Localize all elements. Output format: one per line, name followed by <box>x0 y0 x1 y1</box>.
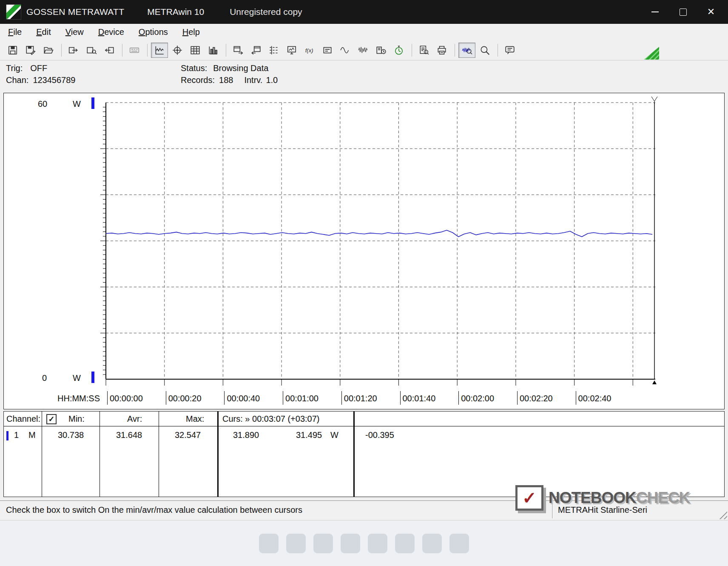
view-bars-button[interactable] <box>205 43 222 58</box>
layout-import-button[interactable] <box>247 43 264 58</box>
layout-export-button[interactable] <box>230 43 247 58</box>
x-tick-label: 00:01:20 <box>341 391 377 405</box>
toolbar-separator <box>147 44 148 57</box>
status-value: Browsing Data <box>213 63 268 73</box>
menu-help[interactable]: Help <box>177 26 205 38</box>
time-export-button[interactable] <box>373 43 390 58</box>
y-axis-unit-top: W <box>73 99 81 109</box>
zoom-button[interactable] <box>476 43 493 58</box>
x-tick-label: 00:02:40 <box>576 391 611 405</box>
toolbar-separator <box>226 44 226 57</box>
records-value: 188 <box>219 75 233 85</box>
row-avr: 31.648 <box>116 430 142 440</box>
channel-color-bar <box>6 431 9 440</box>
trigger-channel-info: Trig:OFF Chan:123456789 <box>6 62 75 86</box>
interval-label: Intrv. <box>244 75 262 85</box>
open-button[interactable] <box>40 43 57 58</box>
formula-button[interactable]: f(x) <box>301 43 318 58</box>
open-folder-icon <box>43 45 54 56</box>
taskbar-icon-placeholder[interactable] <box>368 534 387 553</box>
toolbar-separator <box>412 44 412 57</box>
save-as-button[interactable] <box>22 43 39 58</box>
menu-edit[interactable]: Edit <box>31 26 56 38</box>
watermark-dark: NOTEBOOK <box>549 489 636 506</box>
row-channel: 1 <box>14 430 19 440</box>
status-label: Status: <box>181 62 207 74</box>
maximize-icon <box>680 9 687 16</box>
notebookcheck-watermark: ✓ NOTEBOOKCHECK <box>515 485 690 511</box>
import-card-icon <box>104 45 115 56</box>
toolbar-separator <box>61 44 62 57</box>
print-preview-button[interactable] <box>415 43 432 58</box>
plot-svg <box>106 103 655 380</box>
y-axis-unit-bottom: W <box>73 373 81 383</box>
statusbar-hint: Check the box to switch On the min/avr/m… <box>6 505 302 515</box>
wave-low-button[interactable] <box>337 43 354 58</box>
taskbar-icon-placeholder[interactable] <box>449 534 469 553</box>
clock-doc-icon <box>375 45 387 56</box>
toolbar: f(x) <box>0 40 728 60</box>
menu-file[interactable]: File <box>3 26 27 38</box>
menu-options[interactable]: Options <box>133 26 173 38</box>
view-xy-button[interactable] <box>169 43 186 58</box>
readout-header-underline <box>4 426 724 426</box>
readout-divider <box>353 412 355 497</box>
save-icon <box>7 45 18 56</box>
window-controls: ✕ <box>644 0 728 24</box>
save-button[interactable] <box>4 43 21 58</box>
trend-chart-panel: 60 W 0 W HH:MM:SS 00:00:0000:00:2000:00:… <box>3 93 725 409</box>
toolbar-separator <box>455 44 455 57</box>
plot-area[interactable] <box>106 103 655 380</box>
maximize-button[interactable] <box>672 0 694 24</box>
readout-row: 1 M 30.738 31.648 32.547 31.890 31.495 W… <box>4 430 724 442</box>
taskbar-icon-placeholder[interactable] <box>395 534 415 553</box>
title-app-name: METRAwin 10 <box>147 7 204 17</box>
channel-color-marker-bottom <box>91 372 94 383</box>
view-data-button[interactable] <box>83 43 100 58</box>
wave-high-button[interactable] <box>355 43 372 58</box>
print-button[interactable] <box>433 43 450 58</box>
resize-grip[interactable] <box>717 509 727 519</box>
taskbar-icon-placeholder[interactable] <box>259 534 279 553</box>
taskbar-icon-placeholder[interactable] <box>313 534 333 553</box>
window-arrow-icon <box>233 45 244 56</box>
x-tick-label: 00:02:00 <box>458 391 494 405</box>
menu-device[interactable]: Device <box>93 26 130 38</box>
print-preview-icon <box>418 45 429 56</box>
zoom-wave-icon <box>461 45 472 56</box>
readout-button[interactable] <box>319 43 336 58</box>
toolbar-separator <box>498 44 498 57</box>
watermark-light: CHECK <box>636 489 690 506</box>
close-button[interactable]: ✕ <box>700 0 722 24</box>
minimize-button[interactable] <box>644 0 666 24</box>
header-max: Max: <box>186 414 204 424</box>
row-mode: M <box>28 430 36 440</box>
export-data-button[interactable] <box>65 43 82 58</box>
fx-icon: f(x) <box>304 45 315 56</box>
row-min: 30.738 <box>58 430 84 440</box>
row-max: 32.547 <box>175 430 201 440</box>
stopwatch-button[interactable] <box>390 43 407 58</box>
x-tick-label: 00:00:00 <box>107 391 143 405</box>
view-table-button[interactable] <box>187 43 204 58</box>
svg-text:f(x): f(x) <box>305 47 313 53</box>
interval-value: 1.0 <box>266 75 278 85</box>
watermark-text: NOTEBOOKCHECK <box>549 489 690 507</box>
taskbar-icon-placeholder[interactable] <box>341 534 360 553</box>
x-tick-label: 00:01:00 <box>283 391 318 405</box>
monitor-button[interactable] <box>283 43 300 58</box>
zoom-signal-button[interactable] <box>458 43 475 58</box>
note-button[interactable] <box>501 43 518 58</box>
noise-icon <box>358 45 369 56</box>
channels-button[interactable] <box>265 43 282 58</box>
timeline-icon <box>268 45 279 56</box>
check-glyph: ✓ <box>522 489 537 506</box>
device-display-button[interactable] <box>126 43 143 58</box>
menu-view[interactable]: View <box>60 26 89 38</box>
notebookcheck-logo-icon: ✓ <box>515 485 543 511</box>
taskbar-icon-placeholder[interactable] <box>286 534 306 553</box>
minmax-checkbox[interactable] <box>46 414 57 424</box>
import-data-button[interactable] <box>101 43 118 58</box>
view-trend-button[interactable] <box>151 43 168 58</box>
taskbar-icon-placeholder[interactable] <box>422 534 442 553</box>
